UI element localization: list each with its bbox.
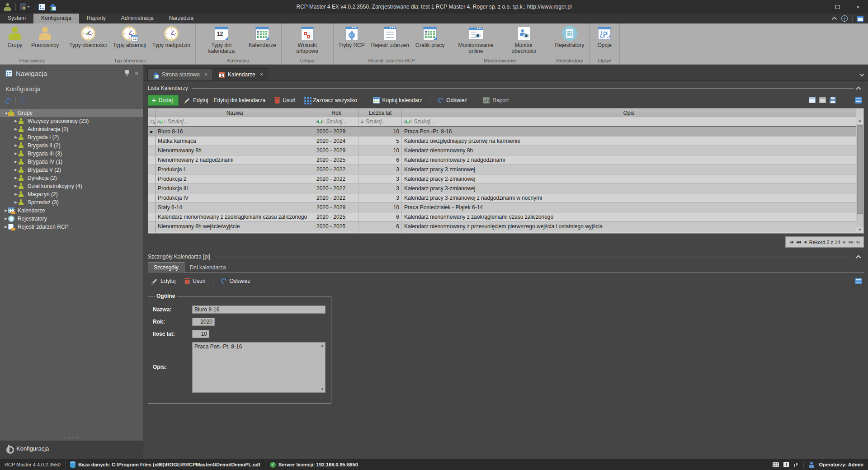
scroll-down-icon[interactable]: ▼: [321, 387, 324, 391]
typy-dni-kalendarza-button[interactable]: 12 Typy dni kalendarza: [198, 24, 245, 55]
vertical-scrollbar[interactable]: ▲ ▼: [856, 117, 863, 233]
info-icon[interactable]: i: [841, 15, 848, 22]
table-row[interactable]: Produkcja I 2020 - 2022 3 Kalendarz prac…: [148, 165, 856, 174]
filter-cell-nazwa[interactable]: aBc: [156, 117, 314, 126]
collapse-panel-icon[interactable]: [856, 86, 861, 91]
column-header-rok[interactable]: Rok: [314, 108, 359, 117]
column-header-opis[interactable]: Opis: [402, 108, 856, 117]
panel-options-icon[interactable]: [855, 278, 862, 284]
expander-icon[interactable]: ▶: [4, 209, 8, 212]
table-row[interactable]: ▶ Biuro 8-16 2020 - 2029 10 Praca Pon.-P…: [148, 127, 856, 136]
expander-icon[interactable]: ◢: [4, 111, 8, 115]
filter-input-nazwa[interactable]: [167, 118, 308, 125]
filter-cell-opis[interactable]: aBc: [402, 117, 856, 126]
typy-nadgodzin-button[interactable]: Typy nadgodzin: [149, 24, 193, 49]
opis-field[interactable]: Praca Pon.-Pt. 8-16 ▲ ▼: [192, 342, 326, 393]
filter-cell-liczba-lat[interactable]: =: [359, 117, 402, 126]
tree-item-group[interactable]: ▶ Wszyscy pracownicy (23): [0, 117, 143, 125]
tab-narzedzia[interactable]: Narzędzia: [161, 14, 201, 24]
close-tab-icon[interactable]: ×: [204, 71, 208, 78]
first-record-icon[interactable]: |◀: [790, 240, 793, 244]
tree-item-group[interactable]: ▶ Administracja (2): [0, 125, 143, 133]
expander-icon[interactable]: ▶: [14, 176, 18, 180]
odswiez-button[interactable]: Odśwież: [217, 276, 254, 286]
filter-input-liczba-lat[interactable]: [365, 118, 401, 125]
monitor-obecnosci-button[interactable]: Monitor obecności: [500, 24, 548, 55]
edytuj-button[interactable]: Edytuj: [180, 95, 212, 105]
expander-icon[interactable]: ▶: [14, 136, 18, 139]
edytuj-button[interactable]: Edytuj: [148, 276, 179, 286]
tree-item-group[interactable]: ▶ Magazyn (2): [0, 190, 143, 198]
refresh-icon[interactable]: [4, 97, 12, 105]
collapse-all-icon[interactable]: [20, 98, 26, 104]
tree-item-rejestratory[interactable]: ▶ Rejestratory: [0, 215, 143, 223]
collapse-ribbon-icon[interactable]: [832, 17, 837, 22]
tree-item-kalendarze[interactable]: ▶ Kalendarze: [0, 207, 143, 215]
scrollbar-thumb[interactable]: [857, 125, 863, 214]
expander-icon[interactable]: ▶: [14, 168, 18, 172]
pin-icon[interactable]: [125, 70, 129, 76]
table-row[interactable]: Stały 6-14 2020 - 2029 10 Praca Poniedzi…: [148, 203, 856, 212]
tab-szczegoly[interactable]: Szczegóły: [148, 262, 184, 273]
zaznacz-wszystko-button[interactable]: Zaznacz wszystko: [301, 95, 360, 105]
nazwa-field[interactable]: Biuro 8-16: [192, 306, 326, 314]
text-filter-icon[interactable]: aBc: [316, 120, 324, 123]
tab-dni-kalendarza[interactable]: Dni kalendarza: [184, 263, 231, 273]
table-row[interactable]: Produkcja 2 2020 - 2022 3 Kalendarz prac…: [148, 174, 856, 184]
equals-filter-icon[interactable]: =: [361, 119, 363, 124]
prev-page-icon[interactable]: ◀◀: [796, 240, 800, 244]
tree-item-group[interactable]: ▶ Dyrekcja (2): [0, 174, 143, 182]
text-filter-icon[interactable]: aBc: [404, 120, 412, 123]
konfiguracja-pane-button[interactable]: Konfiguracja: [0, 441, 143, 456]
edytuj-dni-kalendarza-button[interactable]: Edytuj dni kalendarza: [213, 95, 269, 105]
table-row[interactable]: Nienormowany z nadgodzinami 2020 - 2025 …: [148, 155, 856, 165]
tab-list-chevron-icon[interactable]: [860, 72, 864, 77]
scroll-up-icon[interactable]: ▲: [321, 343, 324, 348]
tree-item-rejestr-zdarzen[interactable]: ▶ Rejestr zdarzeń RCP: [0, 223, 143, 231]
column-header-liczba-lat[interactable]: Liczba lat: [359, 108, 402, 117]
pracownicy-button[interactable]: Pracownicy: [28, 24, 62, 49]
rok-field[interactable]: 2020: [192, 318, 215, 326]
maximize-button[interactable]: [827, 0, 848, 14]
column-chooser-icon[interactable]: [809, 97, 816, 103]
minimize-button[interactable]: [807, 0, 827, 14]
table-row[interactable]: Produkcja III 2020 - 2022 3 Kalendarz pr…: [148, 184, 856, 193]
panel-options-icon[interactable]: [855, 97, 862, 103]
expander-icon[interactable]: ▶: [14, 127, 18, 131]
dodaj-button[interactable]: + Dodaj: [148, 95, 179, 106]
grafik-pracy-button[interactable]: Grafik pracy: [412, 24, 448, 49]
table-row[interactable]: Kalendarz nienormowany z zaokrągleniami …: [148, 212, 856, 222]
next-record-icon[interactable]: ▶: [843, 240, 845, 244]
table-row[interactable]: Produkcja IV 2020 - 2022 3 Kalendarz pra…: [148, 193, 856, 203]
opcje-button[interactable]: Opcje: [591, 24, 618, 49]
kalendarze-button[interactable]: Kalendarze: [245, 24, 279, 49]
expander-icon[interactable]: ▶: [14, 119, 18, 123]
home-icon[interactable]: [49, 4, 57, 10]
tree-item-group[interactable]: ▶ Dział konstrukcyjny (4): [0, 182, 143, 190]
save-layout-icon[interactable]: [830, 97, 836, 103]
expander-icon[interactable]: ▶: [4, 225, 8, 229]
tab-administracja[interactable]: Administracja: [113, 14, 161, 24]
tree-item-group[interactable]: ▶ Brygada I (2): [0, 133, 143, 141]
expander-icon[interactable]: ▶: [14, 144, 18, 147]
tab-kalendarze[interactable]: 1 Kalendarze ×: [214, 68, 268, 80]
rejestratory-button[interactable]: Rejestratory: [552, 24, 588, 49]
layout-icon[interactable]: [819, 97, 826, 103]
tab-raporty[interactable]: Raporty: [79, 14, 113, 24]
sidebar-resize-grip[interactable]: ······: [0, 435, 143, 441]
tab-strona-startowa[interactable]: Strona startowa ×: [147, 68, 212, 80]
table-row[interactable]: Nienormowany 8h 2020 - 2029 10 Kalendarz…: [148, 146, 856, 155]
column-header-nazwa[interactable]: Nazwa: [156, 108, 314, 117]
window-list-icon[interactable]: [857, 16, 863, 22]
scroll-down-icon[interactable]: ▼: [856, 226, 863, 233]
table-row[interactable]: Nienormowany 8h wejście/wyjście 2020 - 2…: [148, 222, 856, 231]
raport-button[interactable]: Raport: [479, 95, 512, 105]
tab-konfiguracja[interactable]: Konfiguracja: [33, 14, 79, 24]
collapse-panel-icon[interactable]: [856, 255, 861, 260]
next-page-icon[interactable]: ▶▶: [849, 240, 853, 244]
filter-input-opis[interactable]: [414, 118, 821, 125]
tree-item-group[interactable]: ▶ Brygada IV (1): [0, 158, 143, 166]
expander-icon[interactable]: ▶: [14, 152, 18, 155]
filter-input-rok[interactable]: [326, 118, 359, 125]
expander-icon[interactable]: ▶: [14, 193, 18, 196]
